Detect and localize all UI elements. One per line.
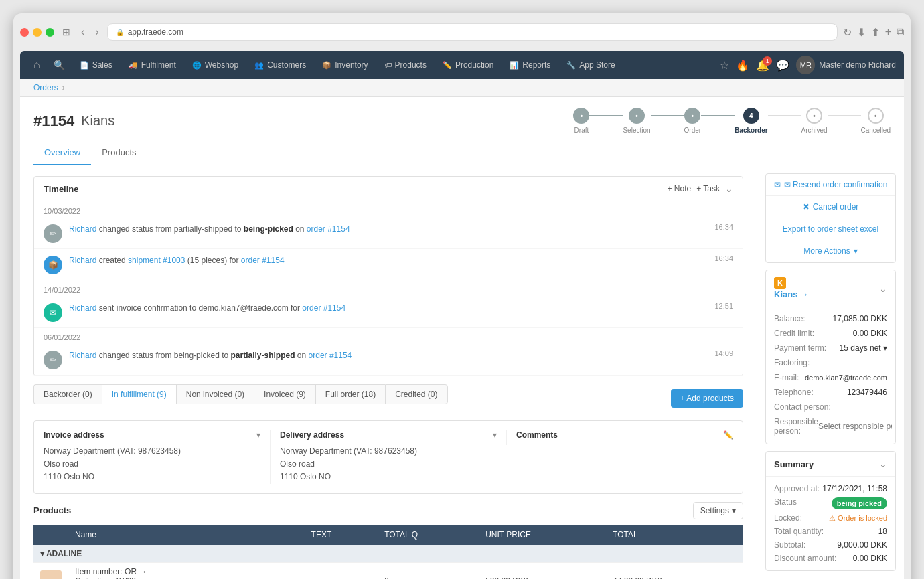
product-total-cell: 4,500.00 DKK xyxy=(606,562,743,579)
more-chevron-icon: ▾ xyxy=(854,246,858,256)
share-btn[interactable]: ⬆ xyxy=(871,26,880,39)
chat-icon[interactable]: 💬 xyxy=(776,59,789,72)
tabs-btn[interactable]: ⧉ xyxy=(897,26,904,39)
address-bar[interactable]: 🔒 app.traede.com xyxy=(107,23,838,41)
bell-icon[interactable]: 🔔 1 xyxy=(756,59,769,72)
step-backorder[interactable]: 4 Backorder xyxy=(735,108,767,134)
nav-item-reports[interactable]: 📊 Reports xyxy=(503,56,557,74)
product-info-cell: Item number: OR → Collection: AW22 Subbr… xyxy=(68,562,305,579)
item-number-label: Item number: xyxy=(75,567,123,576)
customer-link[interactable]: Kians → xyxy=(774,289,808,299)
ftab-invoiced[interactable]: Invoiced (9) xyxy=(254,384,315,404)
resend-order-btn[interactable]: ✉ ✉ Resend order confirmation xyxy=(766,174,895,196)
timeline-order-link-4[interactable]: order #1154 xyxy=(309,351,352,360)
sidebar-toggle-btn[interactable]: ⊞ xyxy=(60,24,73,40)
timeline-icon-1: ✏ xyxy=(44,224,62,243)
production-icon: ✏️ xyxy=(443,61,452,70)
email-label: E-mail: xyxy=(774,373,799,382)
payment-label: Payment term: xyxy=(774,343,826,353)
user-avatar[interactable]: MR Master demo Richard xyxy=(796,56,896,74)
settings-btn[interactable]: Settings ▾ xyxy=(693,502,743,519)
add-products-btn[interactable]: + Add products xyxy=(671,389,743,408)
nav-item-fulfilment[interactable]: 🚚 Fulfilment xyxy=(122,56,183,74)
timeline-user-link-2[interactable]: Richard xyxy=(69,256,96,265)
timeline-user-link-1[interactable]: Richard xyxy=(69,224,96,234)
ftab-backorder[interactable]: Backorder (0) xyxy=(33,384,102,404)
sales-icon: 📄 xyxy=(80,61,89,70)
more-label: More Actions xyxy=(803,246,850,256)
delivery-address-text: Norway Department (VAT: 987623458) Olso … xyxy=(280,445,497,484)
search-nav-icon[interactable]: 🔍 xyxy=(48,56,70,74)
delivery-address-label: Delivery address xyxy=(280,430,344,440)
total-qty-value: 18 xyxy=(878,527,887,536)
timeline-entry-1: ✏ Richard changed status from partially-… xyxy=(34,218,743,249)
url-text: app.traede.com xyxy=(128,27,183,37)
summary-header[interactable]: Summary ⌄ xyxy=(766,452,895,477)
nav-item-sales[interactable]: 📄 Sales xyxy=(73,56,119,74)
products-header: Products Settings ▾ xyxy=(33,502,743,519)
th-total: TOTAL xyxy=(606,525,743,545)
subtotal-value: 9,000.00 DKK xyxy=(837,540,887,550)
more-actions-btn[interactable]: More Actions ▾ xyxy=(766,240,895,262)
comments-edit-btn[interactable]: ✏️ xyxy=(723,430,733,440)
timeline-order-link-1[interactable]: order #1154 xyxy=(307,224,350,234)
timeline-order-link-2[interactable]: order #1154 xyxy=(241,256,285,265)
product-info-row: Item number: OR → Collection: AW22 Subbr… xyxy=(33,562,743,579)
nav-item-production[interactable]: ✏️ Production xyxy=(436,56,500,74)
export-btn[interactable]: Export to order sheet excel xyxy=(766,218,895,240)
credit-value: 0.00 DKK xyxy=(853,329,887,338)
close-dot[interactable] xyxy=(20,28,29,37)
delivery-address-dropdown-btn[interactable]: ▾ xyxy=(493,430,497,440)
customer-chevron-btn[interactable]: ⌄ xyxy=(879,283,887,294)
star-icon[interactable]: ☆ xyxy=(720,59,729,72)
step-label-order: Order xyxy=(684,127,702,134)
ftab-credited[interactable]: Credited (0) xyxy=(385,384,447,404)
lock-icon: 🔒 xyxy=(116,29,124,36)
tab-overview[interactable]: Overview xyxy=(33,141,91,165)
nav-item-products[interactable]: 🏷 Products xyxy=(378,56,433,74)
minimize-dot[interactable] xyxy=(33,28,42,37)
home-nav-icon[interactable]: ⌂ xyxy=(28,55,46,75)
payment-value: 15 days net ▾ xyxy=(840,343,887,353)
forward-btn[interactable]: › xyxy=(92,23,101,41)
product-unitprice-cell: 500.00 DKK xyxy=(479,562,606,579)
customer-section: K Kians → ⌄ Balance: 17,085.00 DKK xyxy=(765,270,896,444)
ftab-fullorder[interactable]: Full order (18) xyxy=(315,384,385,404)
group-collapse-icon[interactable]: ▾ xyxy=(40,549,44,558)
task-btn[interactable]: + Task xyxy=(696,184,720,193)
summary-chevron-btn[interactable]: ⌄ xyxy=(879,459,887,469)
ftab-infulfillment[interactable]: In fulfillment (9) xyxy=(102,384,176,404)
reload-btn[interactable]: ↻ xyxy=(843,26,852,39)
ftab-noninvoiced[interactable]: Non invoiced (0) xyxy=(176,384,254,404)
timeline-icon-3: ✉ xyxy=(44,303,62,322)
responsible-input[interactable] xyxy=(818,422,892,431)
download-btn[interactable]: ⬇ xyxy=(857,26,866,39)
product-totalq-cell: 9 xyxy=(378,562,479,579)
timeline-shipment-link[interactable]: shipment #1003 xyxy=(128,256,185,265)
note-btn[interactable]: + Note xyxy=(667,184,691,193)
breadcrumb-orders-link[interactable]: Orders xyxy=(33,83,58,92)
page-title-group: #1154 Kians xyxy=(33,112,114,130)
flame-icon[interactable]: 🔥 xyxy=(736,59,749,72)
nav-item-customers[interactable]: 👥 Customers xyxy=(248,56,313,74)
discount-value: 0.00 DKK xyxy=(853,554,887,563)
contact-row: Contact person: xyxy=(774,400,887,414)
nav-item-appstore[interactable]: 🔧 App Store xyxy=(560,56,621,74)
maximize-dot[interactable] xyxy=(46,28,54,37)
timeline-user-link-4[interactable]: Richard xyxy=(69,351,96,360)
new-tab-btn[interactable]: + xyxy=(885,26,891,39)
timeline-user-link-3[interactable]: Richard xyxy=(69,303,96,313)
timeline-status-4: partially-shipped xyxy=(230,351,295,360)
tab-products[interactable]: Products xyxy=(91,141,147,165)
cancel-order-btn[interactable]: ✖ Cancel order xyxy=(766,196,895,218)
summary-body: Approved at: 17/12/2021, 11:58 Status be… xyxy=(766,477,895,570)
timeline-order-link-3[interactable]: order #1154 xyxy=(302,303,345,313)
nav-item-webshop[interactable]: 🌐 Webshop xyxy=(185,56,245,74)
invoice-address-dropdown-btn[interactable]: ▾ xyxy=(256,430,260,440)
nav-item-inventory[interactable]: 📦 Inventory xyxy=(315,56,374,74)
back-btn[interactable]: ‹ xyxy=(78,23,87,41)
timeline-chevron-btn[interactable]: ⌄ xyxy=(725,183,733,194)
payment-chevron-icon[interactable]: ▾ xyxy=(883,343,887,353)
timeline-time-2: 16:34 xyxy=(714,254,733,262)
customer-section-header[interactable]: K Kians → ⌄ xyxy=(766,270,895,306)
